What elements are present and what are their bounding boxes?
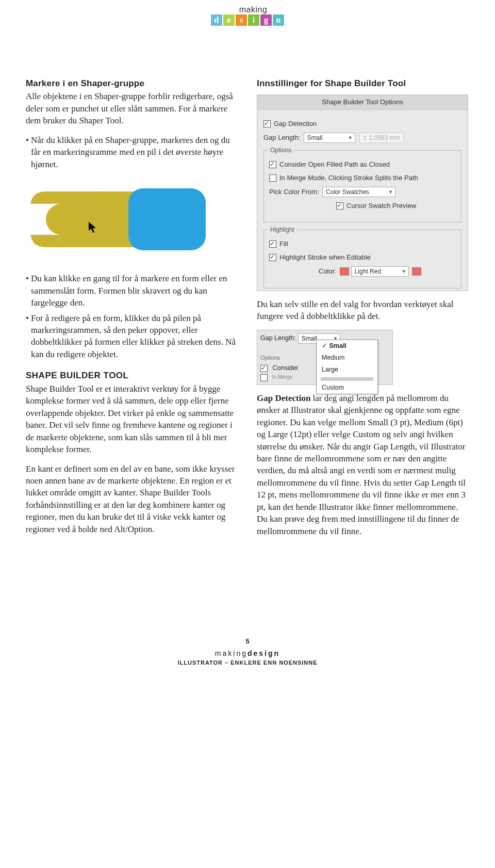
para: Shape Builder Tool er et interaktivt ver… [26, 383, 238, 456]
highlight-color-row: Color: Light Red ▼ [269, 266, 456, 277]
logo-top-text: making [37, 5, 469, 14]
highlight-fill-checkbox[interactable]: Fill [269, 239, 456, 249]
checkbox-label: Gap Detection [274, 119, 317, 128]
logo-letter: e [223, 14, 235, 26]
merge-mode-split-checkbox[interactable]: In Merge Mode, Clicking Stroke Splits th… [269, 173, 456, 183]
brand-logo: making d e s i g n [26, 5, 469, 26]
highlight-stroke-checkbox[interactable]: Highlight Stroke when Editable [269, 253, 456, 262]
gap-length-row: Gap Length: Small ▼ ▲▼ 1,0583 mm [263, 133, 461, 143]
gap-length-label: Gap Length: [260, 334, 296, 343]
options-fieldset: Options Consider Open Filled Path as Clo… [263, 150, 461, 222]
checkbox-label: Cursor Swatch Preview [346, 201, 416, 211]
right-column: Innstillinger for Shape Builder Tool Sha… [257, 77, 469, 544]
color-swatch-icon [412, 267, 421, 276]
logo-letters: d e s i g n [211, 14, 284, 26]
dropdown-value: Small [302, 334, 317, 343]
logo-letter: g [260, 14, 272, 26]
chevron-down-icon: ▼ [402, 268, 406, 275]
heading-innstillinger: Innstillinger for Shape Builder Tool [257, 77, 469, 89]
logo-letter: n [273, 14, 284, 26]
gap-length-menu-figure: Gap Length: Small ▼ Small Medium Large C… [257, 330, 393, 385]
fieldset-legend: Options [268, 146, 293, 155]
pick-color-dropdown[interactable]: Color Swatches ▼ [322, 187, 395, 197]
shape-builder-options-dialog: Shape Builder Tool Options Gap Detection… [257, 94, 468, 291]
gap-length-label: Gap Length: [263, 133, 301, 142]
logo-letter: d [211, 14, 222, 26]
heading-markere: Markere i en Shaper-gruppe [26, 77, 238, 89]
checkbox-label: In Merge Mode, Clicking Stroke Splits th… [279, 173, 418, 183]
footer-subtitle: illustrator – enklere enn noensinne [26, 660, 469, 666]
bullet-item: • Når du klikker på en Shaper-gruppe, ma… [26, 134, 238, 170]
left-column: Markere i en Shaper-gruppe Alle objekten… [26, 77, 238, 544]
pick-color-row: Pick Color From: Color Swatches ▼ [269, 187, 456, 197]
checkbox-icon [269, 240, 276, 248]
footer-brand: makingdesign [26, 649, 469, 657]
figure-blue-shape [128, 188, 206, 250]
gap-detection-checkbox[interactable]: Gap Detection [263, 119, 461, 128]
field-value: 1,0583 mm [369, 134, 400, 142]
page-number: 5 [26, 637, 469, 645]
figure-shaper-group [26, 176, 212, 265]
gap-length-dropdown[interactable]: Small ▼ [304, 133, 355, 143]
label: In Merge [272, 374, 292, 380]
cursor-swatch-preview-checkbox[interactable]: Cursor Swatch Preview [269, 201, 456, 211]
cursor-icon [88, 221, 97, 234]
dropdown-value: Color Swatches [326, 188, 369, 197]
checkbox-label: Highlight Stroke when Editable [279, 253, 371, 262]
label: Consider [272, 364, 298, 372]
checkbox-label: Fill [279, 239, 288, 249]
bullet-item: • For å redigere på en form, klikker du … [26, 312, 238, 361]
checkbox-label: Consider Open Filled Path as Closed [279, 160, 390, 169]
checkbox-icon [260, 365, 268, 372]
para: Alle objektene i en Shaper-gruppe forbli… [26, 90, 238, 126]
dropdown-menu: Small Medium Large Custom [316, 340, 378, 394]
highlight-color-dropdown[interactable]: Light Red ▼ [351, 266, 409, 277]
menu-item[interactable]: Small [317, 340, 377, 352]
consider-open-path-checkbox[interactable]: Consider Open Filled Path as Closed [269, 160, 456, 169]
dropdown-value: Small [307, 134, 323, 142]
checkbox-icon [336, 202, 343, 210]
checkbox-icon [263, 120, 271, 127]
checkbox-icon [269, 174, 276, 182]
heading-shape-builder: SHAPE BUILDER TOOL [26, 369, 238, 381]
para: Du kan selv stille en del valg for hvord… [257, 298, 469, 323]
para-gap-detection: Gap Detection lar deg angi lengden på me… [257, 392, 469, 537]
para: En kant er definert som en del av en ban… [26, 463, 238, 536]
page-footer: 5 makingdesign illustrator – enklere enn… [26, 637, 469, 666]
checkbox-icon [269, 254, 276, 261]
stepper-icon: ▲▼ [363, 134, 367, 141]
fieldset-legend: Highlight [268, 226, 296, 234]
chevron-down-icon: ▼ [348, 135, 353, 141]
menu-item[interactable]: Large [317, 364, 377, 376]
logo-letter: s [236, 14, 247, 26]
pick-color-label: Pick Color From: [269, 187, 319, 197]
menu-item[interactable]: Custom [317, 382, 377, 394]
highlight-fieldset: Highlight Fill Highlight Stroke when Edi… [263, 230, 461, 288]
checkbox-icon [260, 374, 268, 381]
dialog-title: Shape Builder Tool Options [257, 95, 468, 110]
dropdown-value: Light Red [355, 267, 381, 276]
menu-item[interactable]: Medium [317, 352, 377, 364]
color-label: Color: [319, 267, 337, 276]
color-swatch-icon [340, 267, 349, 276]
checkbox-icon [269, 161, 276, 168]
logo-letter: i [248, 14, 259, 26]
bullet-item: • Du kan klikke en gang til for å marker… [26, 272, 238, 309]
gap-length-value-field[interactable]: ▲▼ 1,0583 mm [359, 133, 404, 143]
chevron-down-icon: ▼ [388, 189, 393, 195]
